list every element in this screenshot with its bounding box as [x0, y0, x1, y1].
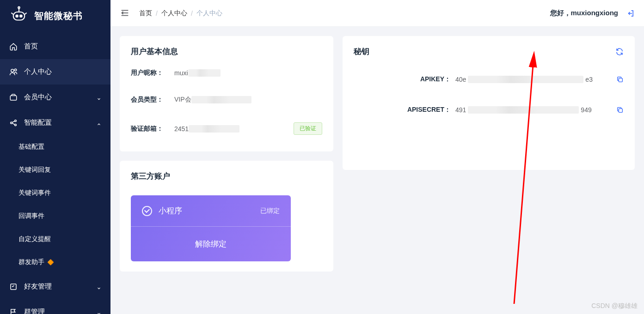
sidebar-item-label: 关键词回复 — [18, 166, 51, 174]
sidebar-item-label: 群发助手 — [18, 258, 44, 266]
info-label: 验证邮箱： — [131, 125, 167, 133]
chevron-up-icon — [97, 121, 101, 125]
sidebar-item-profile[interactable]: 个人中心 — [0, 59, 110, 85]
svg-point-2 — [20, 15, 22, 17]
info-label: 会员类型： — [131, 96, 167, 104]
share-icon — [9, 119, 18, 127]
robot-icon — [9, 6, 29, 26]
info-value: muxi — [174, 69, 221, 77]
sidebar-item-label: 好友管理 — [24, 282, 90, 291]
secret-row-apikey: APIKEY： 40ee3 — [354, 75, 624, 84]
brand-logo[interactable]: 智能微秘书 — [0, 0, 110, 34]
info-row-email: 验证邮箱： 2451 已验证 — [131, 122, 322, 135]
redacted-text — [468, 106, 579, 114]
breadcrumb-item[interactable]: 首页 — [139, 9, 152, 18]
third-party-card: 第三方账户 小程序 已绑定 解除绑定 — [120, 161, 333, 272]
sidebar-item-friends[interactable]: 好友管理 — [0, 274, 110, 299]
sidebar-item-membership[interactable]: 会员中心 — [0, 85, 110, 110]
oauth-header: 小程序 已绑定 — [131, 195, 291, 226]
svg-line-6 — [25, 13, 26, 15]
svg-line-13 — [12, 121, 15, 122]
sidebar-item-label: 会员中心 — [24, 93, 90, 102]
svg-point-1 — [16, 15, 18, 17]
oauth-status: 已绑定 — [260, 207, 280, 215]
svg-rect-9 — [10, 96, 17, 100]
sidebar-item-label: 自定义提醒 — [18, 235, 51, 243]
collapse-sidebar-button[interactable] — [120, 8, 131, 19]
redacted-text — [188, 69, 221, 77]
secret-label: APIKEY： — [405, 75, 451, 84]
sidebar: 智能微秘书 首页 个人中心 会员中心 智能配置 基础配置 — [0, 0, 110, 314]
oauth-name: 小程序 — [159, 205, 260, 216]
redacted-text — [189, 125, 239, 133]
user-greeting: 您好，muxiongxiong — [550, 9, 619, 18]
svg-rect-20 — [619, 78, 622, 82]
user-info-card: 用户基本信息 用户昵称： muxi 会员类型： VIP会 验证邮箱： 2451 … — [120, 36, 333, 151]
chevron-down-icon — [97, 310, 101, 314]
card-title: 秘钥 — [354, 46, 615, 57]
secret-label: APISECRET： — [405, 106, 451, 114]
content: 用户基本信息 用户昵称： muxi 会员类型： VIP会 验证邮箱： 2451 … — [110, 27, 644, 314]
sidebar-item-label: 智能配置 — [24, 118, 90, 127]
info-value: VIP会 — [174, 96, 251, 104]
diamond-icon: 🔶 — [47, 259, 54, 266]
logout-button[interactable] — [626, 9, 635, 18]
sidebar-item-label: 回调事件 — [18, 212, 44, 220]
unbind-button[interactable]: 解除绑定 — [131, 227, 291, 261]
submenu-basic-config[interactable]: 基础配置 — [0, 135, 110, 158]
submenu-keyword-reply[interactable]: 关键词回复 — [0, 158, 110, 181]
submenu-mass-send[interactable]: 群发助手🔶 — [0, 251, 110, 274]
info-label: 用户昵称： — [131, 69, 167, 77]
home-icon — [9, 42, 18, 51]
copy-apikey-button[interactable] — [616, 76, 624, 83]
breadcrumb: 首页 / 个人中心 / 个人中心 — [139, 9, 222, 18]
breadcrumb-separator: / — [191, 10, 193, 17]
sidebar-item-label: 关键词事件 — [18, 189, 51, 197]
svg-line-14 — [12, 123, 15, 124]
secret-card: 秘钥 APIKEY： 40ee3 APISECRET： 491949 — [343, 36, 635, 170]
user-icon — [9, 68, 18, 76]
sidebar-item-home[interactable]: 首页 — [0, 34, 110, 59]
redacted-text — [191, 96, 251, 103]
svg-point-7 — [11, 69, 14, 72]
check-circle-icon — [142, 206, 152, 216]
info-row-member-type: 会员类型： VIP会 — [131, 96, 322, 104]
svg-line-5 — [11, 13, 13, 15]
svg-rect-21 — [619, 109, 622, 112]
secret-value: 491949 — [455, 106, 604, 114]
wallet-icon — [9, 93, 18, 102]
refresh-button[interactable] — [615, 48, 624, 56]
sidebar-item-label: 基础配置 — [18, 143, 44, 151]
info-row-nickname: 用户昵称： muxi — [131, 69, 322, 77]
main-area: 首页 / 个人中心 / 个人中心 您好，muxiongxiong 用户基本信息 — [110, 0, 644, 314]
svg-rect-15 — [11, 284, 16, 290]
smart-config-submenu: 基础配置 关键词回复 关键词事件 回调事件 自定义提醒 群发助手🔶 — [0, 135, 110, 274]
flag-icon — [9, 308, 18, 314]
info-value: 2451 — [174, 125, 239, 133]
redacted-text — [468, 76, 583, 83]
sidebar-item-groups[interactable]: 群管理 — [0, 299, 110, 314]
checklist-icon — [9, 283, 18, 291]
topbar: 首页 / 个人中心 / 个人中心 您好，muxiongxiong — [110, 0, 644, 27]
breadcrumb-item: 个人中心 — [196, 9, 222, 18]
copy-apisecret-button[interactable] — [616, 106, 624, 114]
main-menu: 首页 个人中心 会员中心 智能配置 基础配置 关键词回复 关键词事件 回调事件 — [0, 34, 110, 314]
secret-value: 40ee3 — [455, 76, 604, 83]
sidebar-item-label: 首页 — [24, 42, 101, 51]
sidebar-item-smart-config[interactable]: 智能配置 — [0, 110, 110, 135]
verified-badge: 已验证 — [294, 122, 322, 135]
sidebar-item-label: 群管理 — [24, 308, 90, 314]
breadcrumb-item[interactable]: 个人中心 — [161, 9, 187, 18]
submenu-callback-event[interactable]: 回调事件 — [0, 205, 110, 228]
brand-name: 智能微秘书 — [34, 10, 83, 22]
breadcrumb-separator: / — [156, 10, 158, 17]
secret-row-apisecret: APISECRET： 491949 — [354, 106, 624, 114]
oauth-miniprogram: 小程序 已绑定 解除绑定 — [131, 195, 291, 261]
submenu-custom-reminder[interactable]: 自定义提醒 — [0, 228, 110, 251]
chevron-down-icon — [97, 284, 101, 289]
svg-point-4 — [18, 7, 20, 9]
svg-rect-0 — [13, 12, 25, 20]
submenu-keyword-event[interactable]: 关键词事件 — [0, 181, 110, 205]
sidebar-item-label: 个人中心 — [24, 67, 101, 76]
svg-point-8 — [14, 69, 17, 71]
